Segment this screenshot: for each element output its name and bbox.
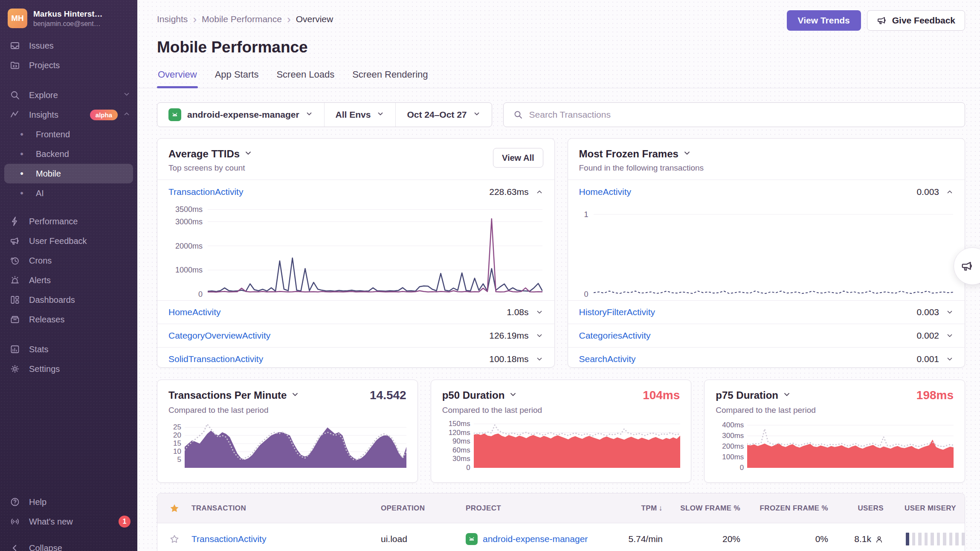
tab-screen-rendering[interactable]: Screen Rendering — [351, 69, 429, 88]
y-axis-tick: 120ms — [449, 429, 470, 437]
ttid-row[interactable]: SolidTransactionActivity 100.18ms — [157, 347, 554, 368]
user-email: benjamin.coe@sent… — [33, 20, 103, 28]
frozen-row[interactable]: SearchActivity 0.001 — [568, 347, 965, 368]
col-project[interactable]: PROJECT — [466, 504, 594, 513]
environment-selector[interactable]: All Envs — [324, 103, 396, 127]
chevron-down-icon[interactable] — [536, 332, 543, 339]
favorite-star-icon[interactable] — [157, 503, 191, 513]
favorite-star-toggle[interactable] — [157, 534, 191, 544]
chevron-down-icon[interactable] — [536, 308, 543, 316]
chevron-down-icon[interactable] — [536, 355, 543, 363]
chevron-down-icon[interactable] — [946, 355, 954, 363]
y-axis-tick: 5 — [177, 455, 181, 464]
chevron-up-icon[interactable] — [536, 188, 543, 196]
ttid-row-expanded[interactable]: TransactionActivity 228.63ms — [157, 180, 554, 204]
col-slow-frame[interactable]: SLOW FRAME % — [663, 504, 740, 513]
help-icon — [9, 496, 20, 508]
col-tpm[interactable]: TPM↓ — [594, 504, 663, 513]
y-axis-tick: 0 — [466, 464, 470, 472]
y-axis-tick: 200ms — [722, 442, 744, 451]
sidebar-item-issues[interactable]: Issues — [0, 36, 137, 55]
transaction-link[interactable]: HistoryFilterActivity — [579, 307, 655, 317]
give-feedback-button[interactable]: Give Feedback — [867, 10, 965, 31]
sidebar-item-releases[interactable]: Releases — [0, 310, 137, 329]
tab-overview[interactable]: Overview — [157, 69, 198, 88]
project-selector[interactable]: android-expense-manager — [157, 103, 324, 127]
sidebar-item-explore[interactable]: Explore — [0, 85, 137, 105]
view-trends-button[interactable]: View Trends — [787, 10, 861, 31]
sidebar-item-stats[interactable]: Stats — [0, 339, 137, 359]
sidebar-item-user-feedback[interactable]: User Feedback — [0, 231, 137, 251]
megaphone-icon — [9, 235, 20, 246]
frozen-row[interactable]: HistoryFilterActivity 0.003 — [568, 300, 965, 324]
table-header: TRANSACTION OPERATION PROJECT TPM↓ SLOW … — [157, 493, 965, 523]
ttid-row[interactable]: CategoryOverviewActivity 126.19ms — [157, 324, 554, 347]
sidebar-item-label: Insights — [29, 110, 58, 120]
sidebar-item-crons[interactable]: Crons — [0, 251, 137, 270]
view-all-button[interactable]: View All — [493, 148, 543, 168]
search-icon — [9, 90, 20, 101]
sidebar-item-alerts[interactable]: Alerts — [0, 270, 137, 290]
sidebar-item-label: Collapse — [29, 543, 62, 551]
sidebar-item-frontend[interactable]: • Frontend — [0, 125, 137, 144]
transaction-link[interactable]: SearchActivity — [579, 354, 636, 364]
sidebar-item-label: Backend — [36, 149, 69, 159]
col-user-misery[interactable]: USER MISERY — [884, 504, 965, 513]
android-project-icon — [466, 533, 478, 545]
sidebar-item-settings[interactable]: Settings — [0, 359, 137, 379]
y-axis-tick: 30ms — [452, 455, 470, 463]
org-user-switcher[interactable]: MH Markus Hinterst… benjamin.coe@sent… — [0, 9, 137, 36]
ttid-value: 1.08s — [507, 307, 528, 317]
chevron-down-icon[interactable] — [946, 332, 954, 339]
chevron-down-icon[interactable] — [683, 149, 691, 159]
transaction-link[interactable]: HomeActivity — [168, 307, 221, 317]
chevron-right-icon: › — [287, 15, 291, 23]
sidebar-item-projects[interactable]: Projects — [0, 55, 137, 75]
tab-screen-loads[interactable]: Screen Loads — [275, 69, 335, 88]
chevron-down-icon[interactable] — [783, 390, 791, 400]
col-users[interactable]: USERS — [828, 504, 884, 513]
sidebar-item-ai[interactable]: • AI — [0, 183, 137, 203]
sidebar-item-mobile[interactable]: • Mobile — [4, 164, 133, 183]
p50-title: p50 Duration — [442, 389, 505, 401]
transaction-link[interactable]: CategoriesActivity — [579, 331, 651, 341]
breadcrumb-insights[interactable]: Insights — [157, 14, 188, 24]
col-transaction[interactable]: TRANSACTION — [191, 504, 381, 513]
chevron-down-icon[interactable] — [946, 308, 954, 316]
ttid-value: 126.19ms — [489, 331, 528, 341]
sidebar-item-backend[interactable]: • Backend — [0, 144, 137, 164]
transaction-link[interactable]: SolidTransactionActivity — [168, 354, 263, 364]
sidebar-item-dashboards[interactable]: Dashboards — [0, 290, 137, 310]
date-range-selector[interactable]: Oct 24–Oct 27 — [395, 103, 491, 127]
sidebar-item-help[interactable]: Help — [0, 492, 137, 512]
breadcrumb-mobile-performance[interactable]: Mobile Performance — [202, 14, 282, 24]
transaction-cell[interactable]: TransactionActivity — [191, 534, 381, 544]
project-cell[interactable]: android-expense-manager — [466, 533, 594, 545]
chevron-down-icon[interactable] — [509, 390, 517, 400]
users-cell: 8.1k — [828, 534, 884, 544]
sidebar-item-insights[interactable]: Insights alpha — [0, 105, 137, 125]
ttid-row[interactable]: HomeActivity 1.08s — [157, 300, 554, 324]
frozen-row[interactable]: CategoriesActivity 0.002 — [568, 324, 965, 347]
sidebar-item-label: Crons — [29, 256, 52, 266]
transactions-table: TRANSACTION OPERATION PROJECT TPM↓ SLOW … — [157, 493, 965, 551]
col-frozen-frame[interactable]: FROZEN FRAME % — [740, 504, 828, 513]
frozen-row-expanded[interactable]: HomeActivity 0.003 — [568, 180, 965, 204]
transaction-link[interactable]: CategoryOverviewActivity — [168, 331, 270, 341]
p50-value: 104ms — [643, 389, 680, 402]
notification-badge: 1 — [119, 516, 130, 528]
chevron-up-icon[interactable] — [946, 188, 954, 196]
chevron-down-icon[interactable] — [291, 390, 299, 400]
transaction-link[interactable]: TransactionActivity — [168, 187, 243, 197]
sidebar-item-whats-new[interactable]: What's new 1 — [0, 512, 137, 531]
sidebar-item-performance[interactable]: Performance — [0, 212, 137, 231]
col-operation[interactable]: OPERATION — [381, 504, 466, 513]
transaction-link[interactable]: HomeActivity — [579, 187, 632, 197]
search-transactions-input[interactable] — [529, 110, 955, 120]
sidebar-collapse-button[interactable]: Collapse — [0, 538, 137, 551]
sidebar-item-label: Dashboards — [29, 295, 75, 305]
tab-app-starts[interactable]: App Starts — [214, 69, 260, 88]
sidebar-item-label: What's new — [29, 517, 73, 527]
y-axis-tick: 90ms — [452, 437, 470, 446]
chevron-down-icon[interactable] — [244, 149, 252, 159]
